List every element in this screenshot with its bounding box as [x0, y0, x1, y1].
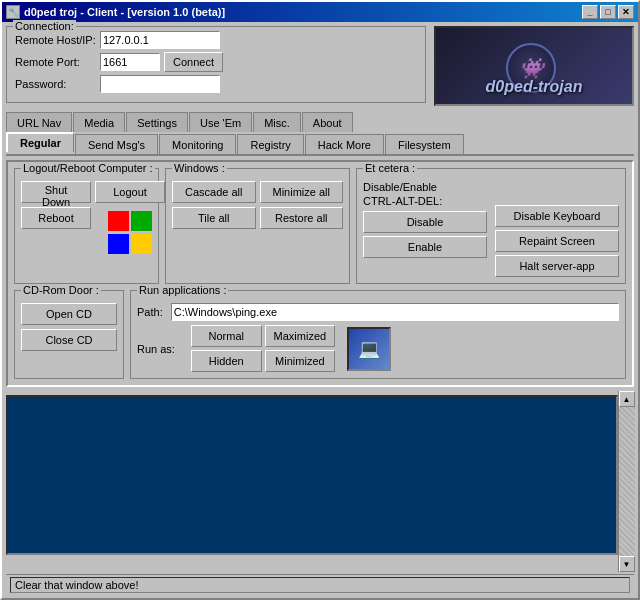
- remote-host-row: Remote Host/IP:: [15, 31, 417, 49]
- tab-settings[interactable]: Settings: [126, 112, 188, 132]
- run-as-label: Run as:: [137, 343, 187, 355]
- etc-section-label: Et cetera :: [363, 162, 417, 174]
- ctrl-alt-del-label1: Disable/Enable: [363, 181, 487, 193]
- tab-bar-2: Regular Send Msg's Monitoring Registry H…: [6, 132, 634, 156]
- logo-q2: [131, 211, 152, 231]
- logo-text: d0ped-trojan: [486, 78, 583, 96]
- connection-label: Connection:: [13, 20, 76, 32]
- run-section: Run applications : Path: Run as: Normal …: [130, 290, 626, 379]
- connection-row: Connection: Remote Host/IP: Remote Port:…: [6, 26, 634, 106]
- cascade-all-button[interactable]: Cascade all: [172, 181, 256, 203]
- tab-filesystem[interactable]: Filesystem: [385, 134, 464, 154]
- title-bar: 🔧 d0ped troj - Client - [version 1.0 (be…: [2, 2, 638, 22]
- logout-section-label: Logout/Reboot Computer :: [21, 162, 155, 174]
- path-input[interactable]: [171, 303, 619, 321]
- restore-all-button[interactable]: Restore all: [260, 207, 344, 229]
- windows-logo-icon: [108, 211, 152, 255]
- cdrom-buttons: Open CD Close CD: [21, 303, 117, 351]
- status-bar: Clear that window above!: [6, 574, 634, 594]
- title-bar-left: 🔧 d0ped troj - Client - [version 1.0 (be…: [6, 5, 225, 19]
- connect-button[interactable]: Connect: [164, 52, 223, 72]
- main-window: 🔧 d0ped troj - Client - [version 1.0 (be…: [0, 0, 640, 600]
- logout-button[interactable]: Logout: [95, 181, 165, 203]
- tab-url-nav[interactable]: URL Nav: [6, 112, 72, 132]
- run-as-row: Run as: Normal Maximized Hidden Minimize…: [137, 325, 619, 372]
- tile-all-button[interactable]: Tile all: [172, 207, 256, 229]
- content-area: Logout/Reboot Computer : Shut Down Logou…: [6, 160, 634, 387]
- open-cd-button[interactable]: Open CD: [21, 303, 117, 325]
- minimize-button[interactable]: _: [582, 5, 598, 19]
- remote-host-input[interactable]: [100, 31, 220, 49]
- output-area: [6, 395, 618, 555]
- repaint-screen-button[interactable]: Repaint Screen: [495, 230, 619, 252]
- logo-q3: [108, 234, 129, 254]
- connection-group: Connection: Remote Host/IP: Remote Port:…: [6, 26, 426, 103]
- etc-section: Et cetera : Disable/Enable CTRL-ALT-DEL:…: [356, 168, 626, 284]
- reboot-button[interactable]: Reboot: [21, 207, 91, 229]
- tab-regular[interactable]: Regular: [6, 132, 74, 152]
- output-scrollbar: ▲ ▼: [618, 391, 634, 572]
- remote-port-input[interactable]: [100, 53, 160, 71]
- tab-bar-1: URL Nav Media Settings Use 'Em Misc. Abo…: [6, 110, 634, 132]
- run-app-icon-glyph: 💻: [358, 338, 380, 360]
- scroll-down-button[interactable]: ▼: [619, 556, 635, 572]
- top-sections: Logout/Reboot Computer : Shut Down Logou…: [14, 168, 626, 284]
- windows-logo-container: [95, 211, 165, 255]
- logo-area: 👾 d0ped-trojan: [434, 26, 634, 106]
- windows-buttons: Cascade all Minimize all Tile all Restor…: [172, 181, 343, 229]
- tab-send-msgs[interactable]: Send Msg's: [75, 134, 158, 154]
- logout-section: Logout/Reboot Computer : Shut Down Logou…: [14, 168, 159, 284]
- hidden-button[interactable]: Hidden: [191, 350, 262, 372]
- maximize-button[interactable]: □: [600, 5, 616, 19]
- tab-registry[interactable]: Registry: [237, 134, 303, 154]
- disable-button[interactable]: Disable: [363, 211, 487, 233]
- maximized-button[interactable]: Maximized: [265, 325, 336, 347]
- run-content: Path: Run as: Normal Maximized Hidden Mi…: [137, 303, 619, 372]
- run-app-icon: 💻: [347, 327, 391, 371]
- enable-button[interactable]: Enable: [363, 236, 487, 258]
- shut-down-button[interactable]: Shut Down: [21, 181, 91, 203]
- halt-server-button[interactable]: Halt server-app: [495, 255, 619, 277]
- run-section-label: Run applications :: [137, 284, 228, 296]
- status-text: Clear that window above!: [10, 577, 630, 593]
- scroll-up-button[interactable]: ▲: [619, 391, 635, 407]
- tab-hack-more[interactable]: Hack More: [305, 134, 384, 154]
- password-row: Password:: [15, 75, 417, 93]
- window-title: d0ped troj - Client - [version 1.0 (beta…: [24, 6, 225, 18]
- normal-button[interactable]: Normal: [191, 325, 262, 347]
- tab-misc[interactable]: Misc.: [253, 112, 301, 132]
- windows-section-label: Windows :: [172, 162, 227, 174]
- ctrl-alt-del-label2: CTRL-ALT-DEL:: [363, 195, 487, 207]
- password-label: Password:: [15, 78, 100, 90]
- cdrom-label: CD-Rom Door :: [21, 284, 101, 296]
- close-cd-button[interactable]: Close CD: [21, 329, 117, 351]
- password-input[interactable]: [100, 75, 220, 93]
- minimized-button[interactable]: Minimized: [265, 350, 336, 372]
- tab-media[interactable]: Media: [73, 112, 125, 132]
- logout-buttons: Shut Down Logout Reboot: [21, 181, 152, 255]
- run-mode-buttons: Normal Maximized Hidden Minimized: [191, 325, 335, 372]
- close-button[interactable]: ✕: [618, 5, 634, 19]
- tab-use-em[interactable]: Use 'Em: [189, 112, 252, 132]
- logo-q4: [131, 234, 152, 254]
- tab-about[interactable]: About: [302, 112, 353, 132]
- window-controls: _ □ ✕: [582, 5, 634, 19]
- cdrom-section: CD-Rom Door : Open CD Close CD: [14, 290, 124, 379]
- scroll-track: [619, 407, 635, 556]
- remote-port-row: Remote Port: Connect: [15, 52, 417, 72]
- tab-monitoring[interactable]: Monitoring: [159, 134, 236, 154]
- remote-host-label: Remote Host/IP:: [15, 34, 100, 46]
- windows-section: Windows : Cascade all Minimize all Tile …: [165, 168, 350, 284]
- bottom-sections: CD-Rom Door : Open CD Close CD Run appli…: [14, 290, 626, 379]
- logo-q1: [108, 211, 129, 231]
- disable-keyboard-button[interactable]: Disable Keyboard: [495, 205, 619, 227]
- path-row: Path:: [137, 303, 619, 321]
- path-label: Path:: [137, 306, 163, 318]
- minimize-all-button[interactable]: Minimize all: [260, 181, 344, 203]
- remote-port-label: Remote Port:: [15, 56, 100, 68]
- app-icon: 🔧: [6, 5, 20, 19]
